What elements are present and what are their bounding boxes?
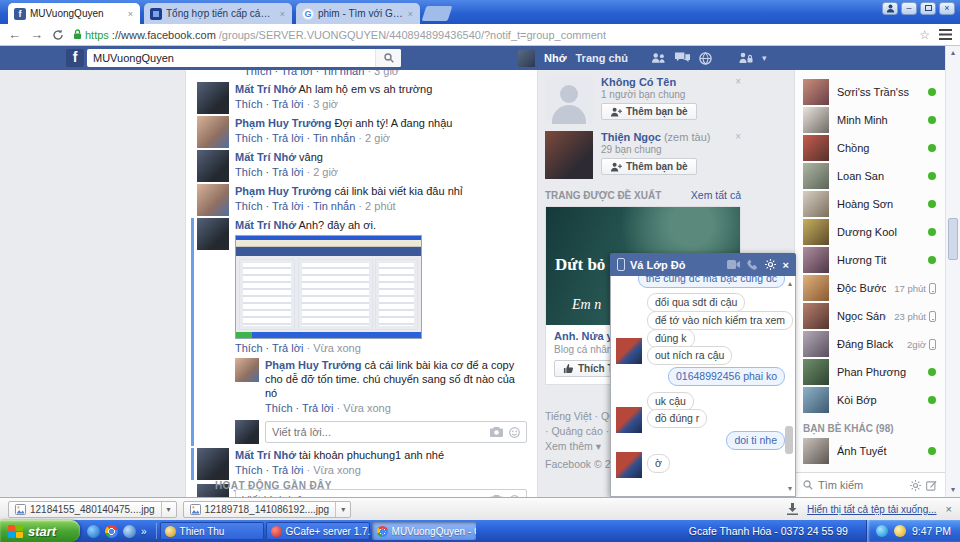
- taskbar-task-button-active[interactable]: MUVuongQuyen - Go...: [372, 522, 476, 540]
- comment-author[interactable]: Mất Trí Nhớ: [235, 83, 296, 95]
- tray-icon[interactable]: [876, 525, 888, 537]
- start-button[interactable]: start: [0, 520, 80, 542]
- minimize-button[interactable]: –: [901, 2, 917, 15]
- comment-action-links[interactable]: Thích · Trả lời: [265, 402, 333, 414]
- comment-attachment-image[interactable]: [235, 235, 422, 339]
- chat-friend-item[interactable]: Minh Minh: [795, 106, 945, 134]
- comment-author[interactable]: Phạm Huy Trưởng: [265, 359, 361, 371]
- quick-launch-icon[interactable]: [123, 525, 136, 538]
- chat-friend-item[interactable]: Dương Kool: [795, 218, 945, 246]
- browser-menu-icon[interactable]: [939, 29, 952, 40]
- avatar[interactable]: [545, 131, 593, 179]
- chat-friend-item[interactable]: Ngọc Sáng23 phút: [795, 302, 945, 330]
- comment-author[interactable]: Mất Trí Nhớ: [235, 449, 296, 461]
- tray-icon[interactable]: [894, 525, 906, 537]
- browser-tab-forum[interactable]: Tổng hợp tiến cấp các tình n ×: [144, 3, 292, 24]
- avatar[interactable]: [545, 76, 593, 124]
- quick-launch-more-icon[interactable]: »: [141, 526, 147, 537]
- comment-action-links[interactable]: Thích · Trả lời · Tin nhắn: [235, 200, 355, 212]
- chat-friend-item[interactable]: Chồng: [795, 134, 945, 162]
- account-menu-caret-icon[interactable]: ▾: [762, 53, 767, 63]
- url-field[interactable]: https://www.facebook.com/groups/SERVER.V…: [73, 29, 910, 41]
- avatar[interactable]: [616, 407, 642, 433]
- scroll-down-icon[interactable]: ▾: [788, 484, 792, 493]
- profile-name-link[interactable]: Nhớ: [544, 52, 566, 64]
- back-icon[interactable]: ←: [8, 28, 21, 41]
- show-all-downloads-link[interactable]: Hiển thị tất cả tệp tải xuống...: [807, 504, 937, 515]
- friend-requests-icon[interactable]: [651, 52, 666, 64]
- comment-action-links[interactable]: Thích · Trả lời: [235, 98, 303, 110]
- file-options-caret-icon[interactable]: ▾: [335, 502, 350, 517]
- home-link[interactable]: Trang chủ: [575, 52, 628, 64]
- chat-friend-item[interactable]: Phan Phương: [795, 358, 945, 386]
- avatar[interactable]: [616, 338, 642, 364]
- close-window-button[interactable]: ×: [939, 2, 955, 15]
- comment-action-links[interactable]: Thích · Trả lời · Tin nhắn: [235, 132, 355, 144]
- avatar[interactable]: [235, 420, 259, 444]
- avatar[interactable]: [235, 358, 259, 382]
- taskbar-task-button[interactable]: Thien Thu: [160, 522, 264, 540]
- tab-close-icon[interactable]: ×: [407, 9, 414, 19]
- video-call-icon[interactable]: [727, 260, 740, 269]
- restore-button[interactable]: [920, 2, 936, 15]
- avatar[interactable]: [197, 150, 229, 182]
- tab-close-icon[interactable]: ×: [127, 9, 134, 19]
- avatar[interactable]: [197, 448, 229, 480]
- chat-scrollbar-thumb[interactable]: [785, 426, 793, 454]
- avatar[interactable]: [197, 116, 229, 148]
- chat-friend-item[interactable]: Hương Tit: [795, 246, 945, 274]
- search-button[interactable]: [375, 49, 401, 67]
- scrollbar-thumb[interactable]: [948, 218, 958, 260]
- profile-window-icon[interactable]: [882, 2, 898, 15]
- avatar[interactable]: [616, 452, 642, 478]
- browser-tab-google[interactable]: G phim - Tìm với Google ×: [296, 3, 420, 24]
- file-options-caret-icon[interactable]: ▾: [161, 502, 176, 517]
- tab-close-icon[interactable]: ×: [279, 9, 286, 19]
- downloaded-file-button[interactable]: 12189718_141086192....jpg ▾: [183, 501, 352, 518]
- avatar[interactable]: [197, 218, 229, 250]
- chat-popup-header[interactable]: Vá Lớp Đỏ ×: [610, 253, 796, 276]
- quick-launch-icon[interactable]: [87, 525, 100, 538]
- chat-friend-item[interactable]: Kòi Bớp: [795, 386, 945, 414]
- chat-options-gear-icon[interactable]: [765, 259, 776, 270]
- camera-icon[interactable]: [490, 427, 503, 437]
- chat-friend-item[interactable]: Hoàng Sơn: [795, 190, 945, 218]
- comment-author[interactable]: Mất Trí Nhớ: [235, 219, 296, 231]
- add-friend-button[interactable]: Thêm bạn bè: [601, 158, 697, 175]
- comment-author[interactable]: Mất Trí Nhớ: [235, 151, 296, 163]
- smiley-icon[interactable]: [509, 427, 520, 438]
- facebook-search-input[interactable]: [87, 49, 375, 67]
- browser-scrollbar[interactable]: ▴ ▾: [945, 46, 960, 497]
- chat-friend-item[interactable]: Loan San: [795, 162, 945, 190]
- scrollbar-up-icon[interactable]: ▴: [946, 46, 960, 60]
- downloaded-file-button[interactable]: 12184155_480140475....jpg ▾: [8, 501, 177, 518]
- comment-action-links[interactable]: Thích · Trả lời: [235, 166, 303, 178]
- dismiss-icon[interactable]: ×: [735, 131, 741, 142]
- scroll-up-icon[interactable]: ▴: [788, 279, 792, 288]
- browser-tab-facebook[interactable]: f MUVuongQuyen ×: [8, 3, 140, 24]
- dismiss-icon[interactable]: ×: [735, 76, 741, 87]
- chat-search-input[interactable]: [818, 479, 905, 491]
- voice-call-icon[interactable]: [747, 259, 758, 270]
- chat-friend-item[interactable]: Đáng Black2giờ: [795, 330, 945, 358]
- add-friend-button[interactable]: Thêm bạn bè: [601, 103, 697, 120]
- avatar[interactable]: [197, 82, 229, 114]
- new-message-compose-icon[interactable]: [926, 480, 937, 491]
- taskbar-task-button[interactable]: GCafe+ server 1.7.1...: [266, 522, 370, 540]
- messages-icon[interactable]: [675, 52, 690, 64]
- reload-icon[interactable]: [52, 29, 64, 41]
- see-all-link[interactable]: Xem tất cả: [691, 189, 741, 201]
- chat-close-icon[interactable]: ×: [783, 259, 789, 271]
- chat-friend-item[interactable]: Độc Bước17 phút: [795, 274, 945, 302]
- bookmark-star-icon[interactable]: ☆: [919, 28, 930, 42]
- avatar[interactable]: [197, 184, 229, 216]
- chat-friend-item[interactable]: Ánh Tuyết: [795, 437, 945, 465]
- new-tab-button[interactable]: [422, 6, 453, 21]
- comment-action-links[interactable]: Thích · Trả lời: [235, 342, 303, 354]
- download-bar-close-icon[interactable]: ×: [946, 503, 952, 515]
- chat-settings-gear-icon[interactable]: [910, 480, 921, 491]
- chrome-icon[interactable]: [105, 525, 118, 538]
- comment-action-links[interactable]: Thích · Trả lời: [235, 464, 303, 476]
- chat-friend-item[interactable]: Sơri'ss Trần'ss: [795, 78, 945, 106]
- suggested-friend-name[interactable]: Không Có Tên: [601, 76, 697, 88]
